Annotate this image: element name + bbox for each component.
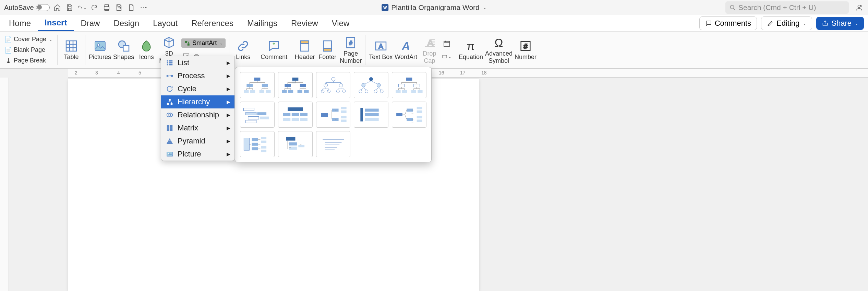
- comment-icon: [705, 20, 712, 27]
- dd-list[interactable]: List▶: [161, 56, 234, 69]
- hierarchy-thumb-1[interactable]: [240, 72, 275, 98]
- save-icon[interactable]: [65, 3, 74, 12]
- tab-draw[interactable]: Draw: [74, 16, 107, 31]
- table-button[interactable]: Table: [61, 39, 82, 61]
- text-box-button[interactable]: A Text Box: [369, 39, 393, 61]
- hierarchy-thumb-4[interactable]: [354, 72, 388, 98]
- svg-rect-90: [260, 116, 269, 119]
- dd-pyramid[interactable]: Pyramid▶: [161, 135, 234, 148]
- svg-rect-125: [286, 137, 296, 141]
- autosave-toggle[interactable]: AutoSave: [4, 4, 50, 12]
- save-as-icon[interactable]: [114, 3, 124, 12]
- hierarchy-thumb-8[interactable]: [316, 102, 351, 128]
- header-button[interactable]: Header: [294, 39, 315, 61]
- new-doc-icon[interactable]: [126, 3, 136, 12]
- tab-mailings[interactable]: Mailings: [240, 16, 284, 31]
- page-number-button[interactable]: # Page Number: [340, 36, 362, 65]
- svg-rect-37: [167, 75, 169, 77]
- hierarchy-thumb-7[interactable]: [278, 102, 313, 128]
- hierarchy-thumb-5[interactable]: [392, 72, 426, 98]
- footer-icon: [321, 39, 334, 53]
- svg-rect-32: [167, 62, 168, 63]
- vertical-ruler[interactable]: [0, 78, 9, 291]
- share-label: Share: [831, 19, 852, 28]
- svg-rect-79: [406, 78, 412, 81]
- date-time-button[interactable]: [442, 39, 451, 48]
- svg-rect-121: [261, 137, 266, 139]
- hierarchy-thumb-13[interactable]: [316, 131, 351, 157]
- shapes-button[interactable]: Shapes: [113, 39, 134, 61]
- hierarchy-thumb-9[interactable]: [354, 102, 388, 128]
- dd-picture[interactable]: Picture▶: [161, 148, 234, 161]
- svg-rect-92: [288, 107, 303, 111]
- comment-button[interactable]: Comment: [261, 39, 287, 61]
- cover-page-button[interactable]: 📄Cover Page⌄: [3, 35, 54, 44]
- comments-button[interactable]: Comments: [699, 16, 757, 30]
- svg-point-5: [861, 5, 862, 7]
- more-icon[interactable]: [139, 3, 148, 12]
- text-stack: ⌄: [442, 39, 451, 61]
- hierarchy-thumb-12[interactable]: [278, 131, 313, 157]
- pictures-button[interactable]: Pictures: [89, 39, 111, 61]
- home-icon[interactable]: [52, 3, 62, 12]
- icons-button[interactable]: Icons: [136, 39, 157, 61]
- toggle-switch-icon[interactable]: [36, 4, 50, 11]
- hierarchy-thumb-6[interactable]: [240, 102, 275, 128]
- number-label: Number: [515, 54, 537, 61]
- blank-page-button[interactable]: 📄Blank Page: [3, 46, 54, 54]
- dd-cycle[interactable]: Cycle▶: [161, 82, 234, 95]
- share-button[interactable]: Share ⌄: [816, 17, 864, 30]
- editing-button[interactable]: Editing ⌄: [761, 16, 812, 30]
- tab-design[interactable]: Design: [107, 16, 146, 31]
- svg-text:Ω: Ω: [495, 36, 503, 49]
- document-title[interactable]: W Plantilla Organigrama Word ⌄: [382, 3, 486, 12]
- svg-rect-50: [254, 78, 261, 81]
- tab-home[interactable]: Home: [2, 16, 38, 31]
- svg-rect-25: [444, 41, 450, 46]
- wordart-button[interactable]: A WordArt: [395, 39, 417, 61]
- equation-button[interactable]: π Equation: [459, 39, 483, 61]
- tab-layout[interactable]: Layout: [146, 16, 184, 31]
- page-break-button[interactable]: ⤓Page Break: [3, 56, 54, 65]
- pictures-icon: [93, 39, 107, 53]
- chevron-down-icon: ⌄: [803, 21, 806, 26]
- svg-text:A: A: [378, 43, 383, 50]
- drop-cap-button: A Drop Cap: [419, 36, 440, 65]
- redo-icon[interactable]: [89, 3, 99, 12]
- dd-matrix[interactable]: Matrix▶: [161, 121, 234, 135]
- page-break-icon: ⤓: [5, 57, 12, 64]
- print-icon[interactable]: [102, 3, 111, 12]
- svg-rect-44: [167, 125, 169, 128]
- svg-point-1: [143, 7, 144, 8]
- undo-icon[interactable]: ⌄: [77, 3, 87, 12]
- svg-point-4: [858, 5, 860, 8]
- hierarchy-thumb-2[interactable]: [278, 72, 313, 98]
- object-button[interactable]: ⌄: [442, 52, 451, 61]
- footer-button[interactable]: Footer: [317, 39, 338, 61]
- svg-rect-116: [417, 119, 422, 122]
- dd-picture-label: Picture: [178, 150, 201, 159]
- header-icon: [298, 39, 312, 53]
- tab-insert[interactable]: Insert: [38, 15, 74, 31]
- dd-process[interactable]: Process▶: [161, 69, 234, 82]
- account-icon[interactable]: [854, 3, 864, 12]
- header-label: Header: [295, 54, 315, 61]
- dd-hierarchy[interactable]: Hierarchy▶: [161, 95, 234, 108]
- search-input[interactable]: Search (Cmd + Ctrl + U): [725, 1, 849, 14]
- svg-rect-107: [365, 108, 379, 112]
- hierarchy-thumb-10[interactable]: [392, 102, 426, 128]
- number-button[interactable]: # Number: [515, 39, 537, 61]
- hierarchy-thumb-3[interactable]: [316, 72, 351, 98]
- word-app-icon: W: [382, 4, 388, 11]
- svg-rect-26: [443, 55, 447, 58]
- tab-view[interactable]: View: [325, 16, 357, 31]
- smartart-button[interactable]: SmartArt ⌄: [181, 38, 226, 48]
- svg-rect-105: [341, 119, 346, 122]
- tab-review[interactable]: Review: [284, 16, 325, 31]
- dd-relationship[interactable]: Relationship▶: [161, 108, 234, 121]
- tab-references[interactable]: References: [184, 16, 240, 31]
- symbol-button[interactable]: Ω Advanced Symbol: [485, 36, 513, 65]
- hierarchy-thumb-11[interactable]: [240, 131, 275, 157]
- links-button[interactable]: Links: [233, 39, 253, 61]
- chevron-down-icon: ⌄: [483, 5, 486, 10]
